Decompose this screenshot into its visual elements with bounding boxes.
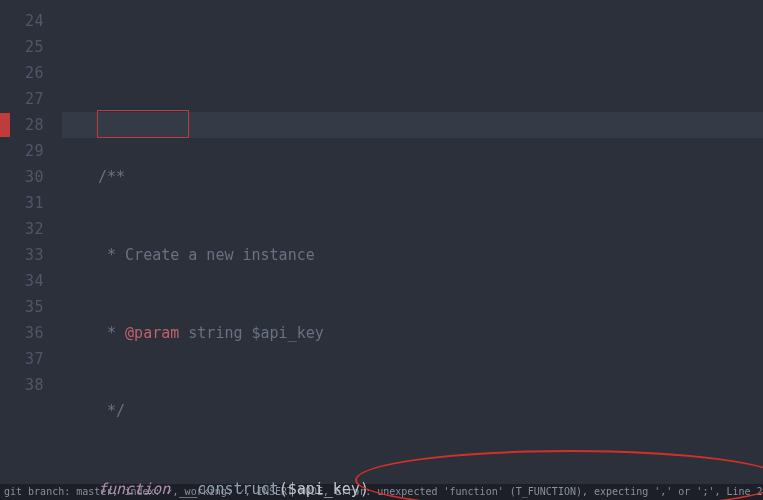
comment: */ bbox=[98, 402, 125, 420]
variable: $api_key bbox=[288, 480, 360, 498]
line-number: 29 bbox=[0, 138, 44, 164]
comment-text: string $api_key bbox=[179, 324, 324, 342]
code-area[interactable]: /** * Create a new instance * @param str… bbox=[62, 0, 763, 500]
line-number: 25 bbox=[0, 34, 44, 60]
line-number: 37 bbox=[0, 346, 44, 372]
comment-text: Create a new instance bbox=[125, 246, 315, 264]
line-number: 31 bbox=[0, 190, 44, 216]
paren: ) bbox=[360, 480, 369, 498]
paren: ( bbox=[279, 480, 288, 498]
code-editor: 24 25 26 27 28 29 30 31 32 33 34 35 36 3… bbox=[0, 0, 763, 500]
line-number: 32 bbox=[0, 216, 44, 242]
line-number: 33 bbox=[0, 242, 44, 268]
phpdoc-tag: @param bbox=[125, 324, 179, 342]
line-number: 35 bbox=[0, 294, 44, 320]
line-number: 27 bbox=[0, 86, 44, 112]
error-marker bbox=[0, 113, 10, 137]
comment: * bbox=[98, 246, 125, 264]
line-number-gutter: 24 25 26 27 28 29 30 31 32 33 34 35 36 3… bbox=[0, 0, 62, 500]
comment: /** bbox=[98, 168, 125, 186]
keyword-function: function bbox=[98, 480, 170, 498]
line-number: 38 bbox=[0, 372, 44, 398]
function-name: __construct bbox=[170, 480, 278, 498]
line-number: 24 bbox=[0, 8, 44, 34]
line-number: 30 bbox=[0, 164, 44, 190]
comment: * bbox=[98, 324, 125, 342]
line-number: 36 bbox=[0, 320, 44, 346]
line-number: 26 bbox=[0, 60, 44, 86]
line-number: 34 bbox=[0, 268, 44, 294]
